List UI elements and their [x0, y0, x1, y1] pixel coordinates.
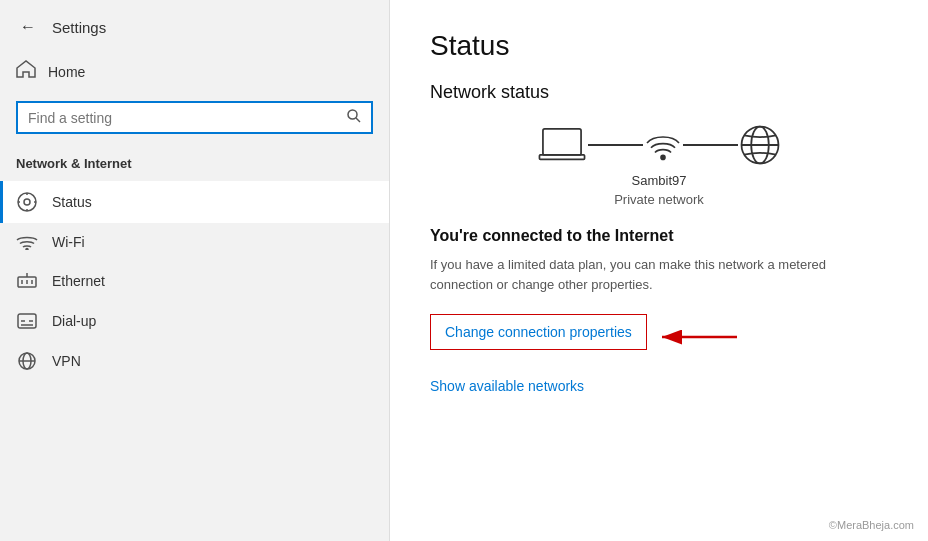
watermark: ©MeraBheja.com: [829, 519, 914, 531]
page-title: Status: [430, 30, 888, 62]
sidebar-item-label-dialup: Dial-up: [52, 313, 96, 329]
network-type: Private network: [430, 192, 888, 207]
line-wifi-globe: [683, 144, 738, 146]
network-status-heading: Network status: [430, 82, 888, 103]
svg-line-1: [356, 118, 360, 122]
show-networks-link[interactable]: Show available networks: [430, 378, 888, 394]
sidebar-item-ethernet[interactable]: Ethernet: [0, 261, 389, 301]
sidebar-item-label-vpn: VPN: [52, 353, 81, 369]
wifi-device: [643, 125, 683, 165]
search-box[interactable]: [16, 101, 373, 134]
svg-rect-22: [539, 155, 584, 159]
svg-point-2: [18, 193, 36, 211]
network-name: Sambit97: [430, 173, 888, 188]
connected-heading: You're connected to the Internet: [430, 227, 888, 245]
ethernet-icon: [16, 272, 38, 290]
change-connection-link[interactable]: Change connection properties: [445, 324, 632, 340]
home-item[interactable]: Home: [0, 50, 389, 93]
status-icon: [16, 192, 38, 212]
dialup-icon: [16, 312, 38, 330]
home-icon: [16, 60, 36, 83]
wifi-nav-icon: [16, 234, 38, 250]
search-icon: [347, 109, 361, 126]
sidebar-item-label-status: Status: [52, 194, 92, 210]
svg-point-8: [26, 249, 28, 251]
change-connection-box[interactable]: Change connection properties: [430, 314, 647, 350]
main-content: Status Network status: [390, 0, 928, 541]
section-title: Network & Internet: [0, 150, 389, 181]
laptop-device: [536, 125, 588, 165]
description-text: If you have a limited data plan, you can…: [430, 255, 888, 294]
home-label: Home: [48, 64, 85, 80]
red-arrow-svg: [652, 322, 742, 352]
laptop-icon: [536, 125, 588, 165]
sidebar-item-vpn[interactable]: VPN: [0, 341, 389, 381]
line-laptop-wifi: [588, 144, 643, 146]
sidebar-item-label-ethernet: Ethernet: [52, 273, 105, 289]
network-diagram: [430, 123, 888, 167]
svg-point-7: [24, 199, 30, 205]
svg-rect-21: [543, 129, 581, 155]
search-input[interactable]: [28, 110, 339, 126]
sidebar-item-wifi[interactable]: Wi-Fi: [0, 223, 389, 261]
wifi-icon: [643, 125, 683, 165]
back-button[interactable]: ←: [16, 14, 40, 40]
sidebar: ← Settings Home Network & Internet: [0, 0, 390, 541]
svg-rect-14: [18, 314, 36, 328]
globe-icon: [738, 123, 782, 167]
svg-point-0: [348, 110, 357, 119]
sidebar-item-label-wifi: Wi-Fi: [52, 234, 85, 250]
svg-point-23: [661, 155, 665, 159]
arrow-annotation: [652, 322, 742, 356]
vpn-icon: [16, 352, 38, 370]
sidebar-header: ← Settings: [0, 0, 389, 50]
sidebar-item-status[interactable]: Status: [0, 181, 389, 223]
change-connection-container: Change connection properties: [430, 314, 647, 364]
sidebar-title: Settings: [52, 19, 106, 36]
globe-device: [738, 123, 782, 167]
sidebar-item-dialup[interactable]: Dial-up: [0, 301, 389, 341]
